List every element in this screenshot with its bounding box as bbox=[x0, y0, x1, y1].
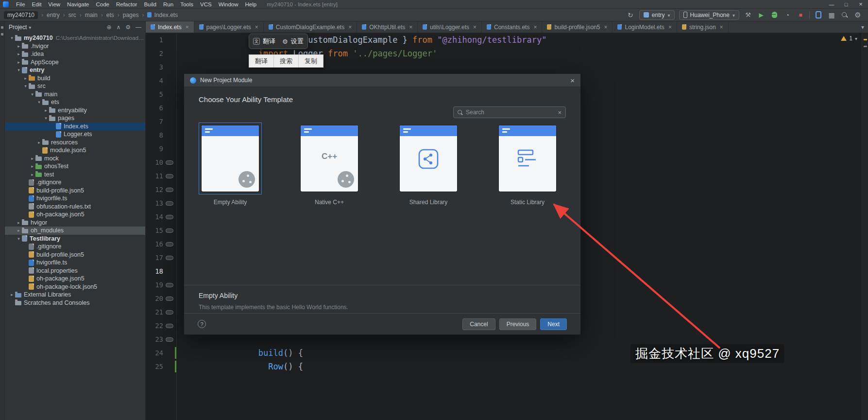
tree-row[interactable]: oh-package-lock.json5 bbox=[5, 283, 145, 291]
text-action-button[interactable]: 复制 bbox=[298, 55, 323, 67]
sync-icon[interactable] bbox=[626, 11, 635, 19]
chevron-icon[interactable] bbox=[29, 164, 35, 169]
tree-row[interactable]: Logger.ets bbox=[5, 130, 145, 139]
translate-settings-button[interactable]: 设置 bbox=[282, 37, 304, 46]
gutter-widget-icon[interactable] bbox=[166, 160, 173, 165]
chevron-icon[interactable] bbox=[22, 76, 29, 81]
close-window-icon[interactable] bbox=[853, 0, 868, 9]
gutter-line[interactable]: 16 bbox=[146, 237, 176, 251]
next-button[interactable]: Next bbox=[540, 318, 567, 330]
tree-row[interactable]: src bbox=[5, 82, 145, 90]
editor-tab[interactable]: Constants.ets bbox=[482, 21, 542, 33]
chevron-icon[interactable] bbox=[43, 116, 49, 121]
tree-row[interactable]: Index.ets bbox=[5, 122, 145, 131]
previous-button[interactable]: Previous bbox=[499, 318, 537, 330]
tree-row[interactable]: ets bbox=[5, 98, 145, 106]
chevron-icon[interactable] bbox=[16, 228, 22, 233]
tree-row[interactable]: hvigor bbox=[5, 219, 145, 227]
gutter-line[interactable]: 18 bbox=[146, 264, 176, 278]
tool-window-icon[interactable] bbox=[1, 33, 3, 35]
hidden-tabs-chevron-icon[interactable] bbox=[861, 24, 864, 31]
breadcrumb-item[interactable]: Index.ets bbox=[138, 12, 178, 18]
project-panel-title[interactable]: Project bbox=[9, 24, 27, 31]
chevron-icon[interactable] bbox=[16, 68, 22, 72]
gutter-line[interactable]: 22 bbox=[146, 319, 176, 332]
tool-window-icon[interactable] bbox=[1, 26, 3, 29]
tree-row[interactable]: main bbox=[5, 90, 145, 99]
gutter-line[interactable]: 21 bbox=[146, 305, 176, 319]
breadcrumb-item[interactable]: main bbox=[76, 12, 98, 18]
gutter-line[interactable]: 17 bbox=[146, 251, 176, 264]
locate-file-icon[interactable] bbox=[106, 24, 111, 31]
chevron-down-icon[interactable] bbox=[29, 24, 31, 31]
translate-button[interactable]: 翻译 bbox=[253, 37, 275, 46]
chevron-icon[interactable] bbox=[9, 292, 15, 297]
gutter-line[interactable]: 25 bbox=[146, 360, 176, 373]
chevron-icon[interactable] bbox=[16, 60, 22, 65]
gutter-line[interactable]: 5 bbox=[146, 88, 176, 101]
template-card[interactable]: C++ bbox=[298, 122, 361, 206]
tree-row[interactable]: build-profile.json5 bbox=[5, 251, 145, 259]
collapse-all-icon[interactable] bbox=[116, 24, 120, 31]
inspections-widget[interactable]: 1 bbox=[841, 35, 857, 42]
tree-row[interactable]: AppScope bbox=[5, 58, 145, 67]
gutter-line[interactable]: 23 bbox=[146, 332, 176, 346]
chevron-icon[interactable] bbox=[16, 220, 22, 225]
tree-row[interactable]: hvigorfile.ts bbox=[5, 194, 145, 203]
menu-item[interactable]: File bbox=[13, 1, 29, 7]
help-icon[interactable] bbox=[198, 320, 206, 328]
editor-tab[interactable]: LoginModel.ets bbox=[613, 21, 677, 33]
menu-item[interactable]: Tools bbox=[177, 1, 197, 7]
gutter-line[interactable]: 7 bbox=[146, 115, 176, 128]
editor-tab[interactable]: build-profile.json5 bbox=[542, 21, 613, 33]
menu-item[interactable]: Code bbox=[92, 1, 113, 7]
menu-item[interactable]: Navigate bbox=[64, 1, 92, 7]
menu-item[interactable]: Window bbox=[215, 1, 242, 7]
breadcrumb-item[interactable]: src bbox=[60, 12, 76, 18]
tree-row[interactable]: External Libraries bbox=[5, 291, 145, 299]
tab-close-icon[interactable] bbox=[348, 24, 352, 31]
breadcrumb-item[interactable]: my240710 bbox=[4, 11, 38, 19]
cancel-button[interactable]: Cancel bbox=[462, 318, 495, 330]
chevron-icon[interactable] bbox=[36, 100, 42, 105]
device-dropdown[interactable]: Huawei_Phone bbox=[679, 10, 739, 20]
debug-icon[interactable] bbox=[772, 12, 777, 18]
tree-row[interactable]: pages bbox=[5, 114, 145, 122]
gutter-widget-icon[interactable] bbox=[166, 297, 173, 301]
chevron-icon[interactable] bbox=[16, 52, 22, 56]
tab-close-icon[interactable] bbox=[668, 24, 672, 31]
tree-row[interactable]: obfuscation-rules.txt bbox=[5, 203, 145, 211]
tree-row[interactable]: build-profile.json5 bbox=[5, 187, 145, 195]
chevron-icon[interactable] bbox=[36, 140, 42, 145]
tree-row[interactable]: entryability bbox=[5, 106, 145, 115]
stripe-mark[interactable] bbox=[864, 46, 867, 47]
chevron-icon[interactable] bbox=[29, 172, 35, 177]
chevron-icon[interactable] bbox=[29, 92, 35, 97]
gutter-widget-icon[interactable] bbox=[166, 242, 173, 246]
tree-row[interactable]: .gitignore bbox=[5, 243, 145, 251]
minimize-icon[interactable] bbox=[824, 0, 839, 9]
search-field[interactable] bbox=[453, 106, 566, 118]
breadcrumb-item[interactable]: ets bbox=[98, 12, 114, 18]
tab-close-icon[interactable] bbox=[720, 24, 723, 31]
settings-icon[interactable] bbox=[853, 11, 862, 19]
search-icon[interactable] bbox=[841, 12, 848, 18]
menu-item[interactable]: Edit bbox=[29, 1, 45, 7]
gutter-line[interactable]: 8 bbox=[146, 128, 176, 142]
menu-item[interactable]: Help bbox=[242, 1, 260, 7]
clear-search-icon[interactable] bbox=[558, 109, 562, 116]
gutter-widget-icon[interactable] bbox=[166, 310, 173, 315]
run-config-dropdown[interactable]: entry bbox=[639, 10, 675, 20]
gutter-line[interactable]: 19 bbox=[146, 278, 176, 292]
gutter-line[interactable]: 10 bbox=[146, 156, 176, 169]
gutter-widget-icon[interactable] bbox=[166, 324, 173, 328]
chevron-icon[interactable] bbox=[16, 44, 22, 49]
build-hammer-icon[interactable] bbox=[744, 11, 752, 19]
gutter-widget-icon[interactable] bbox=[166, 283, 173, 287]
menu-item[interactable]: Refactor bbox=[113, 1, 140, 7]
gutter-line[interactable]: 9 bbox=[146, 142, 176, 156]
gutter-widget-icon[interactable] bbox=[166, 256, 173, 260]
breadcrumb-item[interactable]: pages bbox=[114, 12, 139, 18]
device-manager-icon[interactable] bbox=[816, 11, 821, 18]
tree-row[interactable]: Scratches and Consoles bbox=[5, 299, 145, 307]
